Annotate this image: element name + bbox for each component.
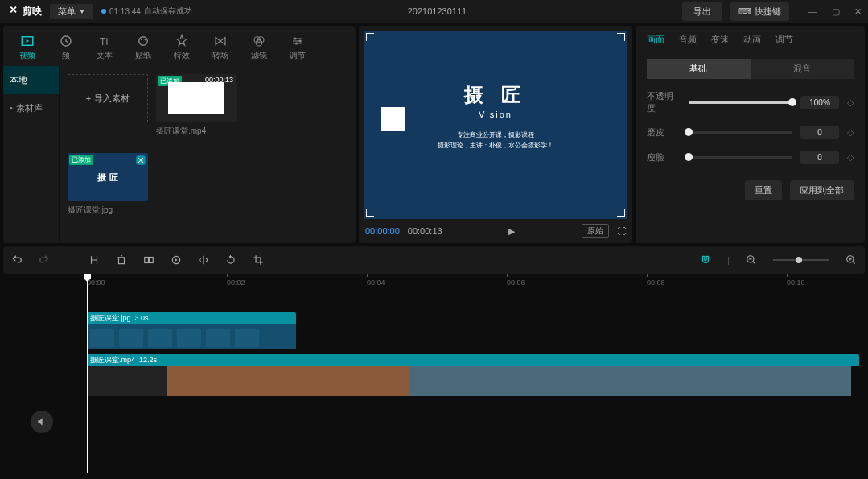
svg-point-11 — [295, 43, 298, 45]
maximize-button[interactable]: ▢ — [832, 6, 840, 17]
delete-button[interactable] — [116, 254, 127, 266]
split-button[interactable] — [88, 254, 100, 266]
record-button[interactable] — [171, 254, 182, 266]
properties-panel: 画面 音频 变速 动画 调节 基础 混音 不透明度 100% ◇ 磨皮 0 ◇ … — [636, 26, 865, 243]
ratio-button[interactable]: 原始 — [582, 224, 609, 238]
tab-filter[interactable]: 滤镜 — [240, 32, 278, 63]
app-logo: 剪映 — [6, 5, 42, 19]
clip-image[interactable]: 摄匠课堂.jpg 3.0s — [87, 312, 296, 349]
face-slider[interactable] — [689, 156, 792, 159]
svg-rect-13 — [119, 258, 125, 264]
proptab-picture[interactable]: 画面 — [647, 34, 664, 46]
minimize-button[interactable]: — — [808, 6, 817, 17]
tab-adjust[interactable]: 调节 — [278, 32, 317, 63]
title-bar: 剪映 菜单▼ 01:13:44 自动保存成功 202101230111 导出 ⌨… — [0, 0, 868, 23]
reset-button[interactable]: 重置 — [745, 180, 782, 200]
handle-br[interactable] — [617, 209, 625, 217]
media-item[interactable]: 已添加 摄 匠 摄匠课堂.jpg — [68, 153, 148, 216]
tab-transition[interactable]: 转场 — [201, 32, 240, 63]
skin-row: 磨皮 0 ◇ — [647, 126, 854, 139]
media-item[interactable]: 已添加00:00:13 摄匠课堂.mp4 — [156, 74, 237, 137]
speaker-icon — [36, 416, 47, 427]
spinner-icon[interactable]: ◇ — [847, 97, 854, 108]
subtab-basic[interactable]: 基础 — [647, 59, 751, 79]
import-button[interactable]: +导入素材 — [68, 74, 148, 122]
autosave-status: 01:13:44 自动保存成功 — [101, 6, 192, 17]
opacity-value[interactable]: 100% — [800, 96, 839, 109]
zoom-out-button[interactable] — [746, 254, 757, 266]
preview-panel: 摄 匠 Vision 专注商业公开课，摄影课程摄影理论，主讲：朴俊，水公会摄影学… — [359, 26, 632, 243]
rotate-button[interactable] — [225, 254, 237, 266]
svg-text:TI: TI — [100, 36, 109, 47]
fullscreen-button[interactable]: ⛶ — [617, 226, 626, 236]
player-controls: 00:00:00 00:00:13 ▶ 原始 ⛶ — [364, 219, 627, 238]
hotkey-button[interactable]: ⌨ 快捷键 — [730, 2, 789, 21]
skin-slider[interactable] — [689, 131, 792, 134]
clip-video[interactable]: 摄匠课堂.mp4 12.2s — [87, 354, 859, 396]
scissors-icon — [6, 5, 19, 18]
source-library[interactable]: •素材库 — [3, 94, 59, 122]
zoom-slider[interactable] — [773, 259, 829, 261]
svg-point-4 — [141, 39, 142, 41]
source-local[interactable]: 本地 — [3, 66, 59, 94]
handle-tr[interactable] — [617, 33, 625, 41]
magnet-button[interactable] — [700, 254, 711, 266]
subtab-mix[interactable]: 混音 — [751, 59, 854, 79]
tab-text[interactable]: TI文本 — [85, 32, 124, 63]
proptab-audio[interactable]: 音频 — [679, 34, 697, 46]
face-value[interactable]: 0 — [800, 151, 839, 164]
project-name[interactable]: 202101230111 — [200, 6, 674, 16]
media-grid: +导入素材 已添加00:00:13 摄匠课堂.mp4 已添加 摄 匠 摄匠课堂.… — [60, 66, 356, 243]
source-tabs: 本地 •素材库 — [3, 66, 60, 243]
tab-video[interactable]: 视频 — [8, 32, 47, 63]
tab-audio[interactable]: 频 — [47, 32, 85, 63]
preview-title: 摄 匠 — [464, 82, 528, 108]
zoom-in-button[interactable] — [845, 254, 857, 266]
close-button[interactable]: ✕ — [854, 6, 862, 17]
face-row: 瘦脸 0 ◇ — [647, 151, 854, 164]
timeline: 00:00 00:02 00:04 00:06 00:08 00:10 摄匠课堂… — [3, 274, 865, 473]
svg-point-3 — [139, 37, 148, 46]
redo-button[interactable] — [39, 254, 50, 266]
tab-sticker[interactable]: 贴纸 — [124, 32, 162, 63]
svg-point-10 — [299, 40, 302, 43]
total-time: 00:00:13 — [408, 226, 442, 236]
preview-text: 专注商业公开课，摄影课程摄影理论，主讲：朴俊，水公会摄影学！ — [438, 130, 553, 151]
export-button[interactable]: 导出 — [682, 2, 722, 21]
qr-code — [381, 107, 405, 131]
opacity-row: 不透明度 100% ◇ — [647, 90, 854, 114]
current-time: 00:00:00 — [365, 226, 400, 236]
handle-tl[interactable] — [366, 33, 374, 41]
svg-rect-14 — [145, 258, 149, 263]
proptab-speed[interactable]: 变速 — [711, 34, 729, 46]
preview-subtitle: Vision — [479, 109, 512, 119]
mirror-button[interactable] — [198, 254, 209, 266]
skin-value[interactable]: 0 — [800, 126, 839, 139]
play-button[interactable]: ▶ — [508, 226, 515, 237]
timeline-tracks[interactable]: 00:00 00:02 00:04 00:06 00:08 00:10 摄匠课堂… — [80, 274, 865, 473]
spinner-icon[interactable]: ◇ — [847, 127, 854, 138]
keyboard-icon: ⌨ — [738, 6, 751, 17]
handle-bl[interactable] — [366, 209, 374, 217]
undo-button[interactable] — [11, 254, 23, 266]
opacity-slider[interactable] — [689, 101, 792, 104]
svg-rect-15 — [150, 258, 154, 263]
tab-effect[interactable]: 特效 — [162, 32, 201, 63]
proptab-anim[interactable]: 动画 — [743, 34, 761, 46]
preview-canvas[interactable]: 摄 匠 Vision 专注商业公开课，摄影课程摄影理论，主讲：朴俊，水公会摄影学… — [364, 31, 627, 219]
prop-tabs: 画面 音频 变速 动画 调节 — [647, 34, 854, 52]
apply-all-button[interactable]: 应用到全部 — [790, 180, 854, 200]
mute-button[interactable] — [31, 411, 53, 433]
crop-ratio-button[interactable] — [143, 254, 154, 266]
playhead[interactable] — [87, 274, 88, 473]
time-ruler[interactable]: 00:00 00:02 00:04 00:06 00:08 00:10 — [80, 274, 865, 291]
tool-tabs: 视频 频 TI文本 贴纸 特效 转场 滤镜 调节 — [3, 26, 356, 66]
spinner-icon[interactable]: ◇ — [847, 152, 854, 163]
crop-button[interactable] — [253, 254, 264, 266]
timeline-toolbar: | — [3, 246, 865, 274]
proptab-adjust[interactable]: 调节 — [775, 34, 793, 46]
svg-point-5 — [145, 39, 146, 41]
menu-dropdown[interactable]: 菜单▼ — [50, 4, 93, 19]
svg-point-9 — [294, 38, 297, 40]
logo-icon — [135, 155, 146, 166]
